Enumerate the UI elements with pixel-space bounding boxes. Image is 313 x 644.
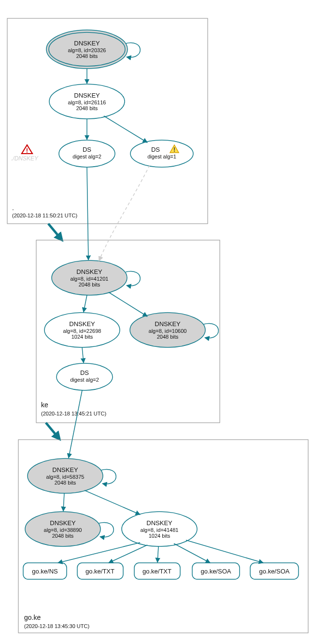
edge-zsk-soa1 [174,544,210,563]
node-dnskey-ke-ksk: DNSKEY alg=8, id=41201 2048 bits [52,260,127,295]
svg-text:DNSKEY: DNSKEY [50,519,76,527]
svg-text:go.ke/SOA: go.ke/SOA [259,568,290,575]
svg-text:2048 bits: 2048 bits [79,282,100,287]
svg-text:digest alg=2: digest alg=2 [70,377,99,383]
node-ds-root-alg2: DS digest alg=2 [59,140,115,167]
edge-self-goke-38890 [99,523,114,537]
svg-text:DNSKEY: DNSKEY [155,320,181,328]
edge-keksk-ke10600 [109,292,147,316]
node-dnskey-goke-ksk: DNSKEY alg=8, id=58375 2048 bits [28,458,103,493]
rr-go-ke-ns: go.ke/NS [23,563,67,579]
edge-delegation-ke-goke [46,423,58,437]
svg-text:DS: DS [151,146,160,153]
svg-text:2048 bits: 2048 bits [76,53,98,59]
node-dnskey-goke-38890: DNSKEY alg=8, id=38890 2048 bits [25,512,100,546]
svg-text:go.ke/TXT: go.ke/TXT [142,568,171,575]
edge-keksk-kezsk [84,295,87,312]
svg-text:alg=8, id=26116: alg=8, id=26116 [68,100,106,105]
edge-self-goke-ksk [101,470,116,484]
svg-text:./DNSKEY: ./DNSKEY [11,155,39,162]
edge-self-ke-ksk [126,272,140,286]
node-dnskey-goke-zsk: DNSKEY alg=8, id=41481 1024 bits [122,512,197,546]
ghost-root-dnskey: ! ./DNSKEY [11,145,39,162]
edge-delegation-root-ke [48,224,60,238]
svg-text:DNSKEY: DNSKEY [74,92,100,99]
rr-go-ke-soa-2: go.ke/SOA [250,563,299,579]
svg-text:DNSKEY: DNSKEY [69,320,95,328]
rr-go-ke-soa-1: go.ke/SOA [192,563,240,579]
svg-text:DNSKEY: DNSKEY [52,466,78,473]
edge-zsk-txt2 [157,546,158,562]
svg-text:alg=8, id=20326: alg=8, id=20326 [68,47,106,53]
node-dnskey-root-ksk: DNSKEY alg=8, id=20326 2048 bits [46,30,128,69]
zone-root-label: . [12,204,14,212]
node-dnskey-root-zsk: DNSKEY alg=8, id=26116 2048 bits [49,84,125,119]
edge-ds2-keksk [87,167,88,260]
svg-text:1024 bits: 1024 bits [71,334,93,340]
svg-text:alg=8, id=38890: alg=8, id=38890 [44,527,82,533]
svg-text:digest alg=1: digest alg=1 [147,154,176,159]
zone-ke-label: ke [41,401,48,409]
svg-text:alg=8, id=10600: alg=8, id=10600 [149,328,187,334]
svg-text:digest alg=2: digest alg=2 [72,154,101,159]
svg-text:go.ke/NS: go.ke/NS [32,568,58,575]
svg-text:alg=8, id=22698: alg=8, id=22698 [63,328,101,334]
node-ds-root-alg1: DS digest alg=1 ! [130,140,193,167]
edge-gokeksk-38890 [63,493,64,511]
svg-text:go.ke/SOA: go.ke/SOA [201,568,231,575]
edge-gokeksk-zsk [85,490,140,515]
svg-text:alg=8, id=58375: alg=8, id=58375 [46,474,85,480]
zone-goke-label: go.ke [24,614,41,621]
svg-text:!: ! [26,147,28,154]
zone-root-ts: (2020-12-18 11:50:21 UTC) [12,213,77,218]
svg-text:alg=8, id=41481: alg=8, id=41481 [141,527,179,533]
node-ds-ke: DS digest alg=2 [57,363,113,390]
svg-text:!: ! [173,146,175,153]
node-dnskey-ke-10600: DNSKEY alg=8, id=10600 2048 bits [130,313,205,347]
edge-kezsk-keds [82,347,84,363]
svg-text:DS: DS [83,146,91,153]
zone-ke-ts: (2020-12-18 13:45:21 UTC) [41,411,106,416]
edge-ds1-keksk [99,165,150,261]
svg-text:2048 bits: 2048 bits [55,480,76,486]
svg-text:DNSKEY: DNSKEY [76,268,102,275]
rr-go-ke-txt-2: go.ke/TXT [134,563,180,579]
svg-text:2048 bits: 2048 bits [157,334,179,340]
node-dnskey-ke-zsk: DNSKEY alg=8, id=22698 1024 bits [44,313,120,347]
zone-goke-ts: (2020-12-18 13:45:30 UTC) [24,623,89,629]
svg-text:DS: DS [80,369,89,376]
svg-text:DNSKEY: DNSKEY [74,40,100,47]
edge-zsk-soa2 [186,540,263,563]
edge-self-ke-10600 [204,324,218,338]
error-icon: ! [22,145,32,154]
svg-text:alg=8, id=41201: alg=8, id=41201 [71,276,109,282]
edge-keds-gokeksk [69,390,82,458]
rr-go-ke-txt-1: go.ke/TXT [77,563,123,579]
svg-text:1024 bits: 1024 bits [149,533,171,539]
svg-text:DNSKEY: DNSKEY [146,519,172,527]
svg-text:2048 bits: 2048 bits [76,105,98,111]
svg-text:go.ke/TXT: go.ke/TXT [85,568,114,575]
edge-zsk-txt1 [109,545,147,563]
edge-rootzsk-ds1 [104,116,147,143]
svg-text:2048 bits: 2048 bits [52,533,74,539]
